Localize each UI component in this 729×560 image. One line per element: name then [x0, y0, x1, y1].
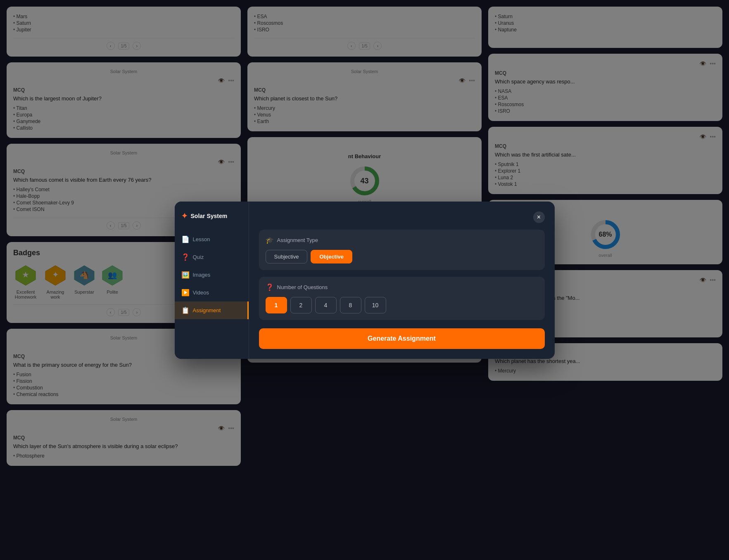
num-questions-label: Number of Questions: [277, 284, 328, 290]
num-btn-8[interactable]: 8: [340, 297, 361, 313]
sidebar-item-assignment[interactable]: 📋 Assignment: [175, 301, 249, 319]
num-questions-section: ❓ Number of Questions 1 2 4 8 10: [259, 277, 545, 320]
num-btn-10[interactable]: 10: [365, 297, 386, 313]
sidebar-item-images[interactable]: 🖼️ Images: [175, 266, 249, 284]
num-btn-1[interactable]: 1: [266, 297, 287, 313]
assignment-type-section: 🎓 Assignment Type Subjective Objective: [259, 230, 545, 270]
sidebar-item-images-label: Images: [193, 272, 211, 278]
logo-icon: ✦: [181, 211, 188, 221]
sidebar-item-quiz[interactable]: ❓ Quiz: [175, 248, 249, 266]
sidebar-item-lesson[interactable]: 📄 Lesson: [175, 230, 249, 248]
num-btn-4[interactable]: 4: [315, 297, 337, 313]
assignment-icon: 📋: [181, 306, 189, 314]
sidebar-item-videos-label: Videos: [193, 289, 209, 296]
num-btn-2[interactable]: 2: [290, 297, 312, 313]
objective-button[interactable]: Objective: [311, 250, 352, 263]
modal-overlay: ✦ Solar System 📄 Lesson ❓ Quiz 🖼️ Images…: [0, 0, 729, 560]
modal-sidebar: ✦ Solar System 📄 Lesson ❓ Quiz 🖼️ Images…: [175, 202, 249, 359]
modal-main-content: × 🎓 Assignment Type Subjective Objective…: [249, 202, 555, 359]
sidebar-item-quiz-label: Quiz: [193, 254, 204, 260]
lesson-icon: 📄: [181, 235, 189, 243]
num-questions-title: ❓ Number of Questions: [266, 283, 538, 291]
images-icon: 🖼️: [181, 271, 189, 279]
assignment-type-icon: 🎓: [266, 236, 274, 244]
sidebar-item-lesson-label: Lesson: [193, 236, 210, 242]
type-buttons-group: Subjective Objective: [266, 250, 538, 263]
number-buttons-group: 1 2 4 8 10: [266, 297, 538, 313]
sidebar-item-videos[interactable]: ▶️ Videos: [175, 284, 249, 301]
modal-header: ×: [259, 211, 545, 223]
generate-assignment-button[interactable]: Generate Assignment: [259, 328, 545, 349]
assignment-type-title: 🎓 Assignment Type: [266, 236, 538, 244]
num-questions-icon: ❓: [266, 283, 274, 291]
modal-logo: ✦ Solar System: [175, 211, 249, 230]
assignment-modal: ✦ Solar System 📄 Lesson ❓ Quiz 🖼️ Images…: [175, 202, 555, 359]
modal-logo-text: Solar System: [191, 213, 228, 219]
subjective-button[interactable]: Subjective: [266, 250, 308, 263]
quiz-icon: ❓: [181, 253, 189, 261]
videos-icon: ▶️: [181, 289, 189, 297]
assignment-type-label: Assignment Type: [277, 237, 318, 243]
sidebar-item-assignment-label: Assignment: [193, 307, 221, 313]
modal-close-button[interactable]: ×: [533, 211, 545, 223]
